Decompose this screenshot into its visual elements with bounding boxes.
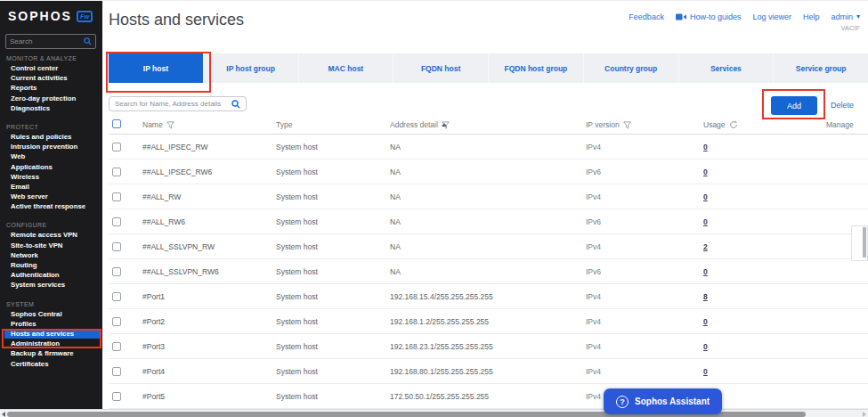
row-checkbox[interactable] [112,292,121,301]
host-address: NA [390,209,401,234]
search-icon[interactable] [84,37,92,45]
tab-ip-host[interactable]: IP host [109,53,204,83]
sidebar-item-system-services[interactable]: System services [4,280,100,290]
column-header-usage[interactable]: Usage [703,120,726,129]
sidebar-item-rules-and-policies[interactable]: Rules and policies [4,132,100,142]
app-window: SOPHOS Fw MONITOR & ANALYZE Control cent… [0,0,868,417]
search-icon[interactable] [231,100,240,109]
vertical-scrollbar-fragment[interactable] [851,225,868,261]
header-link-log-viewer[interactable]: Log viewer [752,12,791,21]
row-checkbox[interactable] [112,367,121,376]
host-type: System host [276,135,318,159]
host-address: NA [390,135,401,159]
sidebar-item-remote-access-vpn[interactable]: Remote access VPN [4,230,100,240]
usage-count-link[interactable]: 0 [703,209,708,234]
header-link-how-to-guides[interactable]: How-to guides [676,12,742,21]
row-checkbox[interactable] [112,168,121,176]
sidebar-section-title: SYSTEM [0,299,102,309]
sidebar-item-current-activities[interactable]: Current activities [4,73,100,83]
sidebar-item-reports[interactable]: Reports [4,83,100,93]
column-header-manage: Manage [826,120,854,129]
column-header-address-detail[interactable]: Address detail [390,120,438,129]
host-type: System host [276,384,318,409]
host-address: 192.168.15.4/255.255.255.255 [390,284,493,309]
host-ip-version: IPv4 [586,135,601,159]
usage-count-link[interactable]: 0 [703,159,708,184]
sidebar-item-email[interactable]: Email [4,182,100,192]
sidebar-item-sophos-central[interactable]: Sophos Central [4,309,100,319]
filter-icon[interactable] [623,121,631,129]
sidebar-search-input[interactable] [10,37,79,45]
row-checkbox[interactable] [112,192,121,201]
tab-service-group[interactable]: Service group [774,53,868,83]
row-checkbox[interactable] [112,342,121,351]
header-link-admin[interactable]: admin▾ [831,12,860,21]
select-all-checkbox[interactable] [112,119,121,128]
sidebar-item-hosts-and-services[interactable]: Hosts and services [4,329,100,339]
usage-count-link[interactable]: 2 [703,234,708,259]
sidebar-item-administration[interactable]: Administration [4,339,100,348]
sidebar-item-backup-firmware[interactable]: Backup & firmware [4,348,100,358]
sidebar-item-web-server[interactable]: Web server [4,192,100,201]
header-link-help[interactable]: Help [803,12,820,21]
host-ip-version: IPv6 [586,159,601,184]
scroll-left-arrow-icon[interactable] [2,412,5,417]
sidebar-item-routing[interactable]: Routing [4,260,100,270]
horizontal-scrollbar[interactable] [0,409,868,417]
filter-icon[interactable] [442,121,450,129]
sidebar-item-applications[interactable]: Applications [4,162,100,172]
column-header-name[interactable]: Name [142,120,163,129]
column-header-type[interactable]: Type [276,120,292,129]
sidebar-item-wireless[interactable]: Wireless [4,172,100,182]
table-row: #Port4 System host 192.168.80.1/255.255.… [109,359,868,384]
tab-country-group[interactable]: Country group [584,53,679,83]
sidebar-item-diagnostics[interactable]: Diagnostics [4,103,100,113]
usage-count-link[interactable]: 0 [703,309,708,334]
tab-bar: IP hostIP host groupMAC hostFQDN hostFQD… [109,53,868,83]
tab-services[interactable]: Services [679,53,775,83]
column-header-ip-version[interactable]: IP version [586,120,620,129]
host-address: 192.168.23.1/255.255.255.255 [390,334,493,359]
sidebar-item-certificates[interactable]: Certificates [4,359,100,369]
table-row: ##ALL_SSLVPN_RW System host NA IPv4 2 [109,234,868,259]
sidebar-item-profiles[interactable]: Profiles [4,319,100,329]
sophos-assistant-button[interactable]: ? Sophos Assistant [604,388,722,414]
vertical-scrollbar-thumb[interactable] [863,227,866,258]
tab-fqdn-host[interactable]: FQDN host [393,53,489,83]
delete-button[interactable]: Delete [831,101,854,110]
usage-count-link[interactable]: 0 [703,135,708,159]
sidebar-item-site-to-site-vpn[interactable]: Site-to-site VPN [4,241,100,250]
sidebar-item-network[interactable]: Network [4,250,100,260]
table-row: #Port5 System host 172.50.50.1/255.255.2… [109,384,868,409]
sidebar-item-control-center[interactable]: Control center [4,63,100,73]
usage-count-link[interactable]: 0 [703,359,708,384]
host-name: #Port5 [142,384,165,409]
filter-icon[interactable] [166,121,174,129]
row-checkbox[interactable] [112,143,121,151]
usage-count-link[interactable]: 0 [703,259,708,284]
tab-mac-host[interactable]: MAC host [299,53,394,83]
add-button[interactable]: Add [771,96,817,115]
tab-fqdn-host-group[interactable]: FQDN host group [489,53,584,83]
usage-count-link[interactable]: 0 [703,184,708,209]
host-name: ##ALL_IPSEC_RW [142,135,208,159]
table-body: ##ALL_IPSEC_RW System host NA IPv4 0 ##A… [109,135,868,409]
table-row: ##ALL_IPSEC_RW System host NA IPv4 0 [109,135,868,159]
header-link-feedback[interactable]: Feedback [629,12,664,21]
sidebar-item-authentication[interactable]: Authentication [4,270,100,280]
usage-count-link[interactable]: 8 [703,284,708,309]
usage-count-link[interactable]: 0 [703,334,708,359]
sidebar-item-web[interactable]: Web [4,151,100,161]
table-search-input[interactable] [115,100,222,108]
refresh-usage-icon[interactable] [729,120,738,129]
sidebar-item-intrusion-prevention[interactable]: Intrusion prevention [4,142,100,151]
row-checkbox[interactable] [112,242,121,251]
row-checkbox[interactable] [112,217,121,226]
row-checkbox[interactable] [112,317,121,326]
tab-ip-host-group[interactable]: IP host group [204,53,299,83]
row-checkbox[interactable] [112,267,121,276]
sidebar-item-zero-day-protection[interactable]: Zero-day protection [4,94,100,103]
sidebar-item-active-threat-response[interactable]: Active threat response [4,201,100,211]
row-checkbox[interactable] [112,392,121,401]
scroll-right-arrow-icon[interactable] [863,412,866,417]
